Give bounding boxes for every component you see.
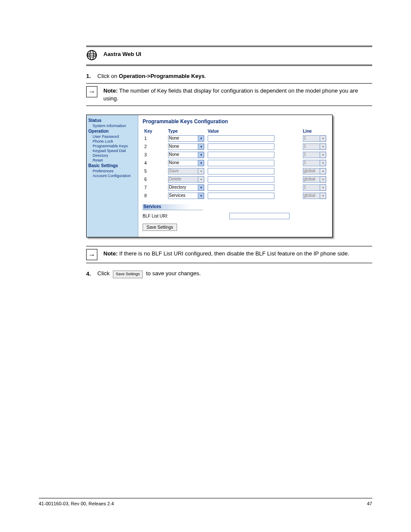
value-input[interactable] xyxy=(208,143,274,150)
line-select: 1 xyxy=(303,135,320,142)
arrow-right-icon: → xyxy=(86,249,97,260)
sidebar-heading[interactable]: Status xyxy=(88,118,136,123)
key-cell: 3 xyxy=(143,151,166,159)
type-select[interactable]: None xyxy=(168,143,198,150)
footer-right: 47 xyxy=(367,501,372,506)
line-select: 1 xyxy=(303,143,320,150)
key-cell: 2 xyxy=(143,143,166,151)
table-row: 7Directory▾1▾ xyxy=(143,184,328,192)
type-select[interactable]: Services xyxy=(168,193,198,199)
chevron-down-icon[interactable]: ▾ xyxy=(198,143,204,150)
line-select: global xyxy=(303,176,320,183)
value-input[interactable] xyxy=(208,184,274,191)
line-select: 1 xyxy=(303,160,320,166)
blf-input[interactable] xyxy=(229,213,290,219)
line-select: 1 xyxy=(303,152,320,158)
sidebar-item[interactable]: Keypad Speed Dial xyxy=(93,149,136,153)
chevron-down-icon[interactable]: ▾ xyxy=(198,193,204,199)
step-number: 1. xyxy=(86,72,94,81)
sidebar-item[interactable]: User Password xyxy=(93,134,136,139)
footer-left: 41-001160-03, Rev 00, Releaes 2.4 xyxy=(39,501,114,506)
value-input[interactable] xyxy=(208,193,274,199)
chevron-down-icon[interactable]: ▾ xyxy=(198,152,204,158)
note-1: → Note: The number of Key fields that di… xyxy=(86,86,372,103)
page-footer: 41-001160-03, Rev 00, Releaes 2.4 47 xyxy=(39,498,372,506)
step-path: Operation->Programmable Keys xyxy=(119,73,205,79)
sidebar-item[interactable]: Phone Lock xyxy=(93,139,136,143)
line-select: global xyxy=(303,193,320,199)
chevron-down-icon: ▾ xyxy=(320,135,326,142)
note-label: Note: xyxy=(103,87,118,94)
sidebar: StatusSystem InformationOperationUser Pa… xyxy=(87,115,138,237)
note-body: If there is no BLF List URI configured, … xyxy=(119,250,349,257)
table-row: 3None▾1▾ xyxy=(143,151,328,159)
page-title: Programmable Keys Configuration xyxy=(143,118,328,124)
col-type: Type xyxy=(166,128,206,134)
note-label: Note: xyxy=(103,250,118,257)
sidebar-item[interactable]: Programmable Keys xyxy=(93,144,136,148)
value-input[interactable] xyxy=(208,160,274,166)
table-row: 6Delete▾global▾ xyxy=(143,175,328,184)
sidebar-item[interactable]: Directory xyxy=(93,153,136,158)
sidebar-item[interactable]: System Information xyxy=(93,124,136,128)
chevron-down-icon: ▾ xyxy=(320,143,326,150)
key-cell: 4 xyxy=(143,159,166,167)
arrow-right-icon: → xyxy=(86,86,97,97)
type-select[interactable]: Directory xyxy=(168,184,198,191)
chevron-down-icon[interactable]: ▾ xyxy=(198,184,204,191)
step-number: 4. xyxy=(86,270,94,278)
step4-a: Click xyxy=(97,270,111,277)
save-button-inline[interactable]: Save Settings xyxy=(113,271,143,278)
chevron-down-icon: ▾ xyxy=(320,184,326,191)
keys-table: Key Type Value Line 1None▾1▾2None▾1▾3Non… xyxy=(143,128,328,200)
note-2: → Note: If there is no BLF List URI conf… xyxy=(86,249,372,260)
type-select[interactable]: None xyxy=(168,152,198,158)
table-row: 2None▾1▾ xyxy=(143,143,328,151)
key-cell: 8 xyxy=(143,192,166,200)
blf-label: BLF List URI: xyxy=(143,214,227,218)
table-row: 1None▾1▾ xyxy=(143,134,328,143)
webui-heading: Aastra Web UI xyxy=(86,50,372,62)
value-input[interactable] xyxy=(208,168,274,174)
value-input[interactable] xyxy=(208,152,274,158)
webui-label: Aastra Web UI xyxy=(103,50,372,59)
line-select: global xyxy=(303,168,320,174)
step-text-prefix: Click on xyxy=(97,73,119,79)
table-row: 5Save▾global▾ xyxy=(143,167,328,175)
value-input[interactable] xyxy=(208,135,274,142)
type-select[interactable]: None xyxy=(168,135,198,142)
value-input[interactable] xyxy=(208,176,274,183)
col-key: Key xyxy=(143,128,166,134)
key-cell: 7 xyxy=(143,184,166,192)
sidebar-heading[interactable]: Operation xyxy=(88,129,136,134)
chevron-down-icon: ▾ xyxy=(320,160,326,166)
note-body: The number of Key fields that display fo… xyxy=(103,87,358,102)
sidebar-item[interactable]: Preferences xyxy=(93,169,136,173)
chevron-down-icon: ▾ xyxy=(198,176,204,183)
sidebar-heading[interactable]: Basic Settings xyxy=(88,163,136,168)
sidebar-item[interactable]: Reset xyxy=(93,158,136,162)
chevron-down-icon[interactable]: ▾ xyxy=(198,160,204,166)
col-value: Value xyxy=(206,128,301,134)
chevron-down-icon: ▾ xyxy=(320,168,326,174)
step-4: 4. Click Save Settings to save your chan… xyxy=(86,269,372,278)
sidebar-item[interactable]: Account Configuration xyxy=(93,174,136,178)
chevron-down-icon: ▾ xyxy=(320,176,326,183)
main-panel: Programmable Keys Configuration Key Type… xyxy=(138,115,332,237)
app-screenshot: StatusSystem InformationOperationUser Pa… xyxy=(86,115,333,237)
key-cell: 5 xyxy=(143,167,166,175)
key-cell: 1 xyxy=(143,134,166,143)
chevron-down-icon[interactable]: ▾ xyxy=(198,135,204,142)
globe-icon xyxy=(86,50,97,62)
chevron-down-icon: ▾ xyxy=(320,193,326,199)
col-line: Line xyxy=(301,128,328,134)
chevron-down-icon: ▾ xyxy=(198,168,204,174)
type-select[interactable]: None xyxy=(168,160,198,166)
step-1: 1. Click on Operation->Programmable Keys… xyxy=(86,72,372,81)
table-row: 8Services▾global▾ xyxy=(143,192,328,200)
step4-b: to save your changes. xyxy=(146,270,201,277)
type-select: Save xyxy=(168,168,198,174)
save-button[interactable]: Save Settings xyxy=(143,224,177,231)
services-heading: Services xyxy=(143,204,203,210)
key-cell: 6 xyxy=(143,175,166,184)
